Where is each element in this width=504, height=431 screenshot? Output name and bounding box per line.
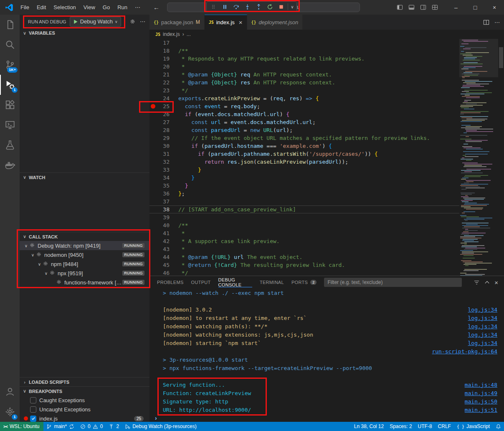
scrollbar-thumb[interactable] — [499, 47, 503, 68]
line-number[interactable]: 26 — [149, 110, 170, 118]
breakpoint-checkbox[interactable] — [30, 397, 36, 403]
line-number[interactable]: 43 — [149, 245, 170, 253]
line-number[interactable]: 33 — [149, 166, 170, 174]
language-mode[interactable]: { } JavaScript — [454, 422, 493, 431]
testing-icon[interactable] — [0, 135, 20, 155]
source-link[interactable]: main.js:50 — [465, 398, 497, 405]
line-number[interactable]: 37 — [149, 198, 170, 205]
loaded-scripts-section-header[interactable]: › LOADED SCRIPTS — [20, 377, 149, 386]
line-number[interactable]: 44 — [149, 253, 170, 261]
line-number[interactable]: 23 — [149, 86, 170, 94]
stop-icon[interactable] — [276, 2, 286, 11]
step-out-icon[interactable] — [253, 2, 264, 11]
line-number[interactable]: 29 — [149, 134, 170, 142]
launch-config-dropdown[interactable]: Debug Watch ∨ — [70, 17, 121, 27]
tab-index-js[interactable]: JS index.js × — [205, 15, 247, 30]
close-panel-icon[interactable]: × — [494, 279, 498, 286]
call-stack-session-row[interactable]: ∨Debug Watch: npm [9419]RUNNING — [20, 241, 149, 250]
menu-[interactable]: ⋯ — [131, 0, 144, 15]
source-link[interactable]: main.js:48 — [465, 382, 497, 388]
indentation[interactable]: Spaces: 2 — [387, 422, 415, 431]
views-more-icon[interactable]: ⋯ — [140, 18, 145, 25]
debug-status[interactable]: Debug Watch (3p-resources) — [122, 422, 200, 431]
menu-view[interactable]: View — [80, 0, 99, 15]
source-link[interactable]: log.js:34 — [468, 323, 497, 330]
menu-edit[interactable]: Edit — [33, 0, 50, 15]
breakpoint-checkbox[interactable] — [30, 416, 36, 422]
accounts-icon[interactable] — [0, 382, 20, 402]
docker-icon[interactable] — [0, 155, 20, 175]
call-stack-session-row[interactable]: functions-framework [954...RUNNING — [20, 278, 149, 287]
menu-go[interactable]: Go — [99, 0, 114, 15]
line-number[interactable]: 20 — [149, 63, 170, 71]
line-number[interactable]: 28 — [149, 126, 170, 134]
source-control-icon[interactable]: 1K+ — [0, 55, 20, 75]
breakpoint-checkbox[interactable] — [30, 406, 36, 413]
breakpoint-dot-icon[interactable] — [151, 104, 155, 109]
toolbar-drag-handle[interactable] — [208, 2, 219, 11]
source-link[interactable]: main.js:51 — [465, 407, 497, 413]
remote-indicator[interactable]: >< WSL: Ubuntu — [0, 422, 43, 431]
minimize-button[interactable]: – — [446, 0, 466, 15]
breakpoints-section-header[interactable]: ∨ BREAKPOINTS — [20, 386, 149, 396]
explorer-icon[interactable] — [0, 15, 20, 35]
menu-run[interactable]: Run — [114, 0, 131, 15]
notifications[interactable] — [493, 422, 504, 431]
pause-icon[interactable] — [219, 2, 230, 11]
line-number[interactable]: 39 — [149, 213, 170, 221]
filter-lines-icon[interactable] — [474, 279, 480, 286]
search-icon[interactable] — [0, 35, 20, 55]
line-number[interactable]: 17 — [149, 39, 170, 47]
line-number[interactable]: 36 — [149, 190, 170, 198]
source-link[interactable]: log.js:34 — [468, 340, 497, 346]
editor-more-actions-icon[interactable]: ⋯ — [494, 19, 500, 25]
step-over-icon[interactable] — [230, 2, 241, 11]
call-stack-session-row[interactable]: ∨nodemon [9450]RUNNING — [20, 250, 149, 259]
call-stack-section-header[interactable]: ∨ CALL STACK — [20, 232, 149, 241]
source-link[interactable]: run-script-pkg.js:64 — [432, 348, 497, 355]
line-number[interactable]: 42 — [149, 237, 170, 245]
restart-icon[interactable] — [264, 2, 275, 11]
panel-tab-debug-console[interactable]: DEBUG CONSOLE — [218, 276, 252, 289]
maximize-panel-chevron-icon[interactable] — [484, 279, 490, 286]
line-number[interactable]: 22 — [149, 79, 170, 86]
problems-indicator[interactable]: 0 0 — [77, 422, 106, 431]
split-editor-icon[interactable] — [483, 19, 489, 25]
line-number[interactable]: 45 — [149, 261, 170, 269]
close-window-button[interactable]: × — [485, 0, 504, 15]
debug-session-chevron-icon[interactable]: ∨ — [289, 2, 295, 11]
breakpoint-row[interactable]: index.js25 — [20, 414, 149, 422]
eol-sequence[interactable]: CRLF — [435, 422, 454, 431]
toggle-secondary-sidebar-icon[interactable] — [417, 0, 429, 15]
tab-deployment-json[interactable]: {} deployment.json — [247, 15, 303, 30]
vertical-scrollbar[interactable] — [498, 39, 504, 276]
line-number[interactable]: 19 — [149, 55, 170, 63]
line-number[interactable]: 41 — [149, 229, 170, 237]
minimap[interactable] — [459, 39, 498, 276]
line-number[interactable]: 32 — [149, 158, 170, 166]
watch-section-header[interactable]: ∨ WATCH — [20, 172, 149, 182]
line-number[interactable]: 24 — [149, 94, 170, 102]
settings-gear-icon[interactable]: 1 — [0, 402, 20, 422]
step-into-icon[interactable] — [242, 2, 253, 11]
tab-package-json[interactable]: {} package.json M — [149, 15, 205, 30]
line-number[interactable]: 21 — [149, 71, 170, 79]
console-filter-input[interactable] — [324, 278, 462, 287]
start-debug-icon[interactable] — [73, 19, 78, 24]
cursor-position[interactable]: Ln 38, Col 12 — [351, 422, 387, 431]
breakpoint-row[interactable]: Caught Exceptions — [20, 396, 149, 405]
ports-indicator[interactable]: 2 — [106, 422, 122, 431]
line-number[interactable]: 27 — [149, 118, 170, 126]
panel-tab-output[interactable]: OUTPUT — [191, 276, 211, 289]
source-link[interactable]: log.js:34 — [468, 332, 497, 338]
panel-tab-problems[interactable]: PROBLEMS — [157, 276, 184, 289]
branch-indicator[interactable]: main* — [43, 422, 77, 431]
menu-file[interactable]: File — [17, 0, 33, 15]
extensions-icon[interactable] — [0, 95, 20, 115]
panel-tab-ports[interactable]: PORTS2 — [291, 276, 317, 289]
run-and-debug-icon[interactable]: 1 — [0, 75, 20, 95]
toggle-sidebar-icon[interactable] — [394, 0, 405, 15]
toggle-panel-icon[interactable] — [405, 0, 417, 15]
call-stack-session-row[interactable]: ∨npm [9484]RUNNING — [20, 259, 149, 269]
line-number[interactable]: 25 — [149, 102, 170, 110]
